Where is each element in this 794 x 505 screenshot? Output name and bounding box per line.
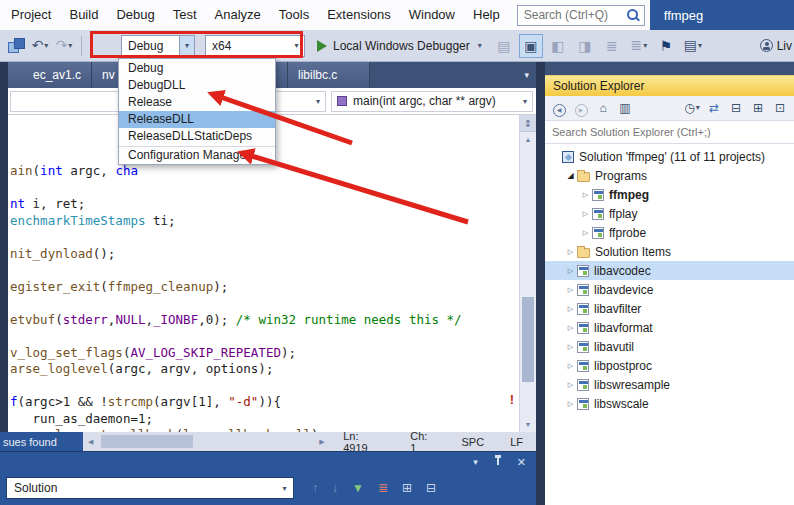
member-dropdown[interactable]: main(int argc, char ** argv) ▾ [331,91,533,112]
next-item-icon[interactable]: ↓ [332,481,338,495]
tab-list-chevron-icon[interactable]: ▾ [524,62,529,88]
navigate-forward-icon[interactable]: ▶ [571,96,591,120]
previous-item-icon[interactable]: ↑ [312,481,318,495]
config-option-configuration-manager[interactable]: Configuration Manager... [119,146,275,163]
close-icon[interactable]: ✕ [517,452,526,472]
breakpoints-icon[interactable]: ◧ [546,34,570,58]
pin-icon[interactable] [493,455,502,468]
chevron-down-icon[interactable]: ▾ [276,478,293,498]
show-all-files-icon[interactable]: ⊞ [748,96,768,120]
undo-icon[interactable]: ↶▾ [28,33,52,58]
config-option-releasedllstaticdeps[interactable]: ReleaseDLLStaticDeps [119,128,275,145]
menu-project[interactable]: Project [2,0,60,30]
menu-extensions[interactable]: Extensions [318,0,400,30]
error-list-scope-combo[interactable]: Solution ▾ [6,477,294,499]
collapsed-arrow-icon[interactable]: ▷ [564,400,577,408]
menu-build[interactable]: Build [60,0,107,30]
solution-explorer-header[interactable]: Solution Explorer [545,75,794,96]
document-health-indicator[interactable]: sues found [0,432,83,451]
menu-analyze[interactable]: Analyze [206,0,270,30]
filter-icon[interactable]: ▼ [352,481,364,495]
collapsed-arrow-icon[interactable]: ▷ [564,286,577,294]
collapsed-arrow-icon[interactable]: ▷ [579,229,592,237]
tree-item-libavformat[interactable]: ▷libavformat [545,318,794,337]
hscroll-left-icon[interactable]: ◀ [83,432,99,451]
quick-launch-search[interactable]: Search (Ctrl+Q) [517,5,645,26]
config-option-debugdll[interactable]: DebugDLL [119,77,275,94]
line-ending-indicator[interactable]: LF [497,432,536,451]
command-window-icon[interactable]: ▣ [519,34,543,58]
collapsed-arrow-icon[interactable]: ▷ [564,381,577,389]
solution-configurations-combo[interactable]: Debug ▾ [121,35,195,57]
new-project-icon[interactable] [7,38,25,53]
panel-splitter[interactable] [536,62,545,505]
chevron-down-icon[interactable]: ▾ [316,97,320,106]
scrollbar-thumb[interactable] [522,297,534,382]
tab-libilbc-c[interactable]: libilbc.c [288,62,370,88]
tree-item-ffprobe[interactable]: ▷ffprobe [545,223,794,242]
config-option-debug[interactable]: Debug [119,60,275,77]
navigate-backward-icon[interactable]: ◀ [549,96,569,120]
hot-reload-icon[interactable]: ▤ [492,34,516,58]
pending-changes-filter-icon[interactable]: ▥ [615,96,635,120]
history-icon[interactable]: ◷▾ [682,96,702,120]
collapsed-arrow-icon[interactable]: ▷ [564,362,577,370]
tree-item-programs[interactable]: ◢Programs [545,166,794,185]
menu-window[interactable]: Window [400,0,464,30]
collapsed-arrow-icon[interactable]: ▷ [564,324,577,332]
tree-item-ffplay[interactable]: ▷ffplay [545,204,794,223]
watch-window-icon[interactable]: ≣▾ [627,33,651,58]
properties-icon[interactable]: ⊡ [770,96,790,120]
chevron-down-icon[interactable]: ▾ [179,36,194,56]
clear-list-icon[interactable]: ≣ [378,481,388,495]
immediate-window-icon[interactable]: ◨ [573,34,597,58]
tree-item-libswscale[interactable]: ▷libswscale [545,394,794,413]
tab-ec-av1-c[interactable]: ec_av1.c [8,62,92,88]
split-editor-handle[interactable]: ⇕ [520,115,536,132]
collapsed-arrow-icon[interactable]: ▷ [564,248,577,256]
collapsed-arrow-icon[interactable]: ▷ [579,210,592,218]
start-debugging-button[interactable]: Local Windows Debugger ▾ [317,34,482,58]
live-share-button[interactable]: Liv [760,39,792,53]
spaces-indicator[interactable]: SPC [449,432,498,451]
chevron-down-icon[interactable]: ▾ [44,41,48,50]
columns-icon[interactable]: ⊟ [426,481,436,495]
collapsed-arrow-icon[interactable]: ▷ [579,191,592,199]
collapsed-arrow-icon[interactable]: ▷ [564,305,577,313]
solution-explorer-search[interactable]: Search Solution Explorer (Ctrl+;) [545,121,794,144]
sync-with-active-document-icon[interactable]: ⇄ [704,96,724,120]
group-by-icon[interactable]: ⊞ [402,481,412,495]
solution-platforms-combo[interactable]: x64 ▾ [205,35,305,57]
scroll-down-icon[interactable]: ▼ [520,417,536,432]
call-stack-icon[interactable]: ≣ [600,34,624,58]
collapsed-arrow-icon[interactable]: ▷ [564,343,577,351]
hscroll-thumb[interactable] [101,435,193,448]
column-indicator[interactable]: Ch: 1 [397,432,448,451]
scrollbar-track[interactable] [520,147,536,417]
redo-icon[interactable]: ↷▾ [52,33,76,58]
bookmark-icon[interactable]: ⚑ [654,34,678,58]
chevron-down-icon[interactable]: ▾ [478,41,482,50]
task-list-icon[interactable]: ▤▾ [681,33,705,58]
menu-test[interactable]: Test [164,0,206,30]
scroll-up-icon[interactable]: ▲ [520,132,536,147]
menu-help[interactable]: Help [464,0,509,30]
collapse-all-icon[interactable]: ⊟ [726,96,746,120]
tree-item-solution-items[interactable]: ▷Solution Items [545,242,794,261]
tree-item-libpostproc[interactable]: ▷libpostproc [545,356,794,375]
home-icon[interactable]: ⌂ [593,96,613,120]
collapsed-arrow-icon[interactable]: ▷ [564,267,577,275]
line-indicator[interactable]: Ln: 4919 [330,432,397,451]
tree-item-solution-ffmpeg-11-of-11-projects[interactable]: Solution 'ffmpeg' (11 of 11 projects) [545,147,794,166]
tree-item-libavcodec[interactable]: ▷libavcodec [545,261,794,280]
tree-item-libavfilter[interactable]: ▷libavfilter [545,299,794,318]
hscroll-right-icon[interactable]: ▶ [314,432,330,451]
tree-item-libavutil[interactable]: ▷libavutil [545,337,794,356]
config-option-release[interactable]: Release [119,94,275,111]
tree-item-libswresample[interactable]: ▷libswresample [545,375,794,394]
window-position-icon[interactable]: ▾ [473,452,478,472]
expanded-arrow-icon[interactable]: ◢ [564,171,577,180]
config-option-releasedll[interactable]: ReleaseDLL [119,111,275,128]
tree-item-ffmpeg[interactable]: ▷ffmpeg [545,185,794,204]
editor-horizontal-scrollbar[interactable] [99,432,314,451]
